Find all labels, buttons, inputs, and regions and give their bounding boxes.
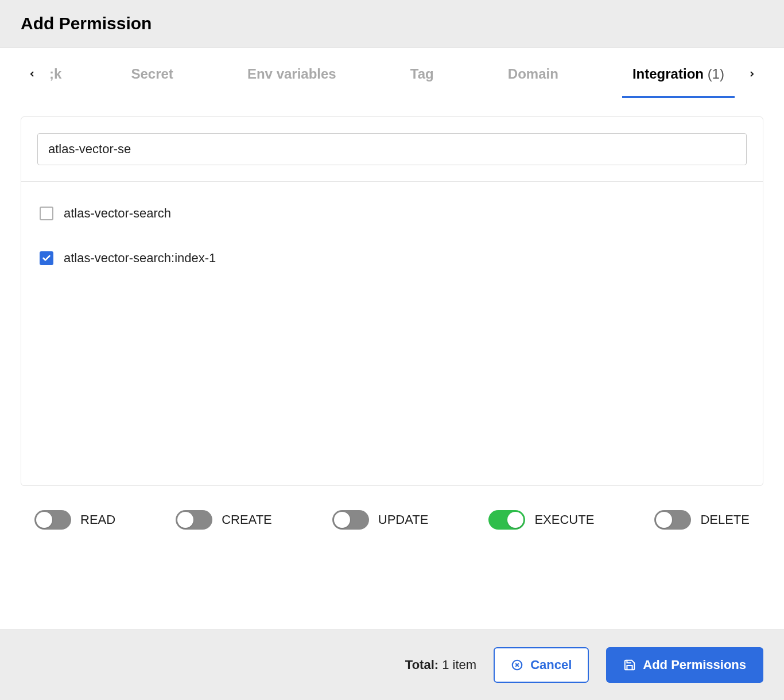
permission-toggles: READ CREATE UPDATE EXECUTE DELETE <box>0 486 784 554</box>
toggle-label: UPDATE <box>378 512 429 527</box>
checkbox-checked-icon[interactable] <box>40 251 53 265</box>
tab-tag[interactable]: Tag <box>400 50 444 98</box>
total-value: 1 item <box>442 658 476 672</box>
tab-scroll-area: ;k Secret Env variables Tag Domain Integ… <box>44 50 740 98</box>
tab-bar: ;k Secret Env variables Tag Domain Integ… <box>0 48 784 100</box>
cancel-icon <box>511 659 523 671</box>
tab-integration-label: Integration <box>632 66 704 81</box>
selection-panel: atlas-vector-search atlas-vector-search:… <box>21 116 763 486</box>
result-label: atlas-vector-search:index-1 <box>64 251 216 266</box>
tab-scroll-right[interactable] <box>740 63 763 85</box>
toggle-switch[interactable] <box>34 510 71 530</box>
toggle-execute: EXECUTE <box>488 510 594 530</box>
toggle-switch[interactable] <box>332 510 369 530</box>
add-permissions-button[interactable]: Add Permissions <box>606 647 763 683</box>
total-label: Total: <box>405 658 438 672</box>
toggle-label: EXECUTE <box>534 512 594 527</box>
checkbox-unchecked-icon[interactable] <box>40 207 53 220</box>
search-input[interactable] <box>37 133 747 165</box>
tab-partial-left: ;k <box>49 50 67 98</box>
results-list: atlas-vector-search atlas-vector-search:… <box>21 182 763 485</box>
toggle-read: READ <box>34 510 115 530</box>
tab-domain[interactable]: Domain <box>498 50 569 98</box>
toggle-label: READ <box>80 512 115 527</box>
search-area <box>21 117 763 182</box>
add-permissions-label: Add Permissions <box>643 658 746 672</box>
tab-integration-count: (1) <box>708 66 724 81</box>
tab-scroll-left[interactable] <box>21 63 44 85</box>
dialog-header: Add Permission <box>0 0 784 48</box>
result-item[interactable]: atlas-vector-search:index-1 <box>37 243 747 274</box>
toggle-label: CREATE <box>222 512 272 527</box>
toggle-switch[interactable] <box>488 510 525 530</box>
toggle-create: CREATE <box>176 510 272 530</box>
result-item[interactable]: atlas-vector-search <box>37 198 747 229</box>
panel-area: atlas-vector-search atlas-vector-search:… <box>0 100 784 486</box>
tab-secret[interactable]: Secret <box>121 50 183 98</box>
dialog-footer: Total: 1 item Cancel Add Permissions <box>0 629 784 700</box>
save-icon <box>623 659 636 671</box>
toggle-update: UPDATE <box>332 510 429 530</box>
cancel-label: Cancel <box>530 658 572 672</box>
result-label: atlas-vector-search <box>64 206 171 221</box>
toggle-switch[interactable] <box>654 510 691 530</box>
toggle-label: DELETE <box>700 512 750 527</box>
total-text: Total: 1 item <box>405 658 476 672</box>
toggle-delete: DELETE <box>654 510 750 530</box>
chevron-right-icon <box>747 69 756 79</box>
toggle-switch[interactable] <box>176 510 212 530</box>
cancel-button[interactable]: Cancel <box>494 647 589 683</box>
dialog-title: Add Permission <box>21 14 763 33</box>
tab-env-variables[interactable]: Env variables <box>237 50 347 98</box>
tab-integration[interactable]: Integration (1) <box>622 50 735 98</box>
chevron-left-icon <box>28 69 37 79</box>
